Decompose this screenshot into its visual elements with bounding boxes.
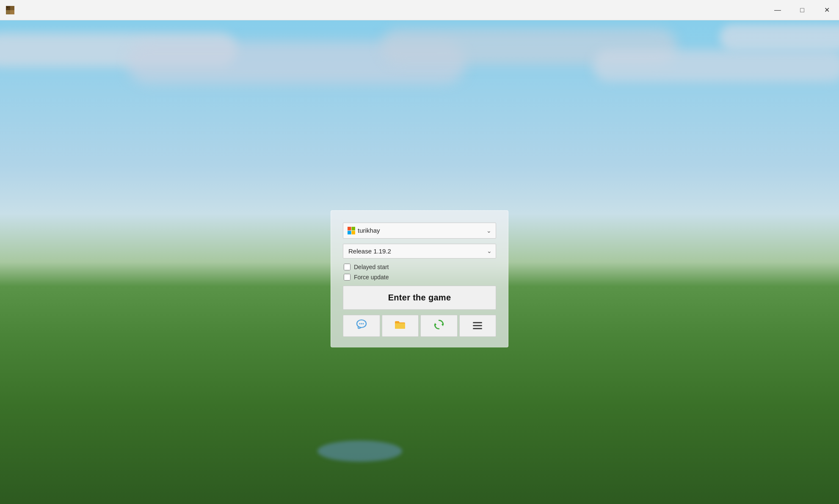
window-controls: — □ ✕ <box>765 0 839 20</box>
app-icon <box>0 0 20 20</box>
refresh-icon <box>433 318 445 333</box>
svg-marker-14 <box>442 322 443 326</box>
folder-button[interactable] <box>382 314 419 336</box>
checkboxes-section: Delayed start Force update <box>343 263 496 280</box>
delayed-start-label: Delayed start <box>354 263 389 270</box>
account-dropdown-container[interactable]: turikhay ⌄ turikhay <box>343 222 496 238</box>
version-select[interactable]: Release 1.19.2 Release 1.19.1 Release 1.… <box>343 243 496 258</box>
chat-icon <box>356 318 367 333</box>
svg-rect-3 <box>10 10 14 14</box>
bottom-toolbar <box>343 314 496 336</box>
enter-game-button[interactable]: Enter the game <box>343 285 496 309</box>
svg-marker-15 <box>435 322 436 326</box>
delayed-start-row[interactable]: Delayed start <box>344 263 496 270</box>
menu-button[interactable] <box>459 314 497 336</box>
refresh-button[interactable] <box>420 314 458 336</box>
cloud-4 <box>593 50 839 82</box>
svg-rect-1 <box>10 6 14 10</box>
svg-point-12 <box>361 323 362 324</box>
chat-button[interactable] <box>343 314 380 336</box>
force-update-checkbox[interactable] <box>344 273 351 280</box>
close-button[interactable]: ✕ <box>814 0 839 20</box>
force-update-row[interactable]: Force update <box>344 273 496 280</box>
svg-rect-5 <box>8 7 9 8</box>
cloud-5 <box>720 25 839 50</box>
svg-rect-2 <box>6 10 10 14</box>
hamburger-icon <box>473 322 482 329</box>
svg-point-11 <box>359 323 360 324</box>
water-pond <box>317 441 402 462</box>
maximize-button[interactable]: □ <box>790 0 814 20</box>
launcher-panel: turikhay ⌄ turikhay Release 1.19.2 Relea… <box>331 210 508 347</box>
background: turikhay ⌄ turikhay Release 1.19.2 Relea… <box>0 20 839 504</box>
minimize-button[interactable]: — <box>765 0 790 20</box>
folder-icon <box>394 319 406 332</box>
delayed-start-checkbox[interactable] <box>344 263 351 270</box>
titlebar: — □ ✕ <box>0 0 839 20</box>
svg-point-13 <box>362 323 364 324</box>
force-update-label: Force update <box>354 273 389 280</box>
version-dropdown-container[interactable]: Release 1.19.2 Release 1.19.1 Release 1.… <box>343 243 496 258</box>
svg-rect-4 <box>7 7 8 8</box>
